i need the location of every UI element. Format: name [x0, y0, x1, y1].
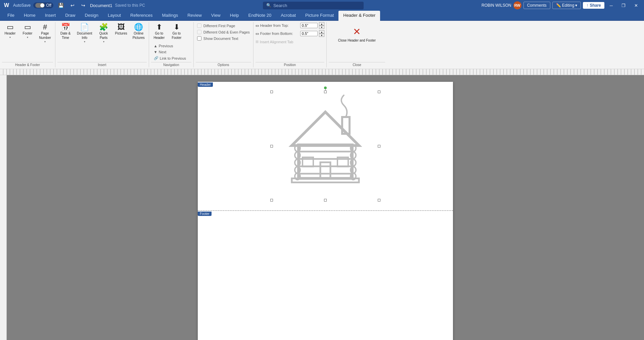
left-ruler: [0, 75, 7, 340]
share-button[interactable]: ↑ Share: [583, 2, 604, 9]
tab-file[interactable]: File: [3, 11, 19, 21]
tab-mailings[interactable]: Mailings: [157, 11, 183, 21]
online-pictures-button[interactable]: 🌐 Online Pictures: [131, 22, 147, 41]
search-box[interactable]: 🔍: [263, 2, 364, 9]
search-icon: 🔍: [266, 3, 271, 8]
document-area: Header: [0, 75, 644, 340]
handle-top-right[interactable]: [378, 91, 380, 93]
show-doc-text-checkbox[interactable]: [197, 36, 201, 41]
handle-top-left[interactable]: [270, 91, 273, 93]
tab-acrobat[interactable]: Acrobat: [276, 11, 301, 21]
quick-parts-icon: 🧩: [99, 23, 108, 31]
position-fields: ▭ Header from Top: ▴ ▾ ▭ Footer from Bot…: [256, 22, 324, 44]
close-button[interactable]: ✕: [631, 2, 641, 9]
ribbon-group-header-footer: ▭ Header ▾ ▭ Footer ▾ # Page Number ▾ He…: [0, 22, 55, 67]
close-header-footer-group: ✕ Close Header and Footer: [329, 22, 385, 46]
handle-bottom-mid[interactable]: [324, 199, 327, 202]
quick-parts-label2: Parts: [100, 36, 107, 40]
handle-top-mid[interactable]: [324, 91, 327, 93]
handle-mid-right[interactable]: [378, 145, 380, 148]
date-time-button[interactable]: 📅 Date & Time: [57, 22, 74, 41]
header-label: Header: [5, 32, 16, 35]
link-to-previous-button[interactable]: 🔗 Link to Previous: [151, 55, 191, 61]
previous-button[interactable]: ▲ Previous: [151, 43, 191, 49]
search-input[interactable]: [273, 3, 354, 8]
quick-parts-label: Quick: [99, 32, 108, 35]
image-wrapper[interactable]: [272, 92, 379, 200]
previous-label: Previous: [159, 44, 173, 48]
minimize-button[interactable]: ─: [606, 2, 616, 9]
top-ruler: [0, 69, 644, 75]
handle-bottom-right[interactable]: [378, 199, 380, 202]
show-doc-text-label: Show Document Text: [203, 37, 238, 41]
online-pictures-icon: 🌐: [134, 23, 143, 31]
document-content[interactable]: Header: [7, 75, 644, 340]
handle-bottom-left[interactable]: [270, 199, 273, 202]
page-number-button[interactable]: # Page Number ▾: [37, 22, 53, 45]
close-header-footer-label: Close Header and Footer: [338, 39, 376, 42]
autosave-switch[interactable]: [35, 3, 45, 8]
word-logo: W: [3, 2, 10, 9]
svg-rect-17: [320, 162, 330, 178]
go-to-header-icon: ⬆: [156, 23, 162, 31]
tab-endnote[interactable]: EndNote 20: [244, 11, 276, 21]
go-to-header-button[interactable]: ⬆ Go to Header: [151, 22, 167, 41]
document-info-icon: 📄: [80, 23, 89, 31]
tab-picture-format[interactable]: Picture Format: [301, 11, 338, 21]
house-image: [272, 92, 379, 199]
tab-view[interactable]: View: [206, 11, 225, 21]
footer-section-label: Footer: [198, 212, 212, 216]
doc-info-dropdown-arrow: ▾: [84, 40, 85, 43]
tab-header-footer[interactable]: Header & Footer: [338, 11, 380, 21]
restore-button[interactable]: ❐: [618, 2, 629, 9]
next-button[interactable]: ▼ Next: [151, 49, 191, 55]
insert-alignment-row[interactable]: ⊞ Insert Alignment Tab: [256, 40, 324, 44]
page-number-dropdown-arrow: ▾: [44, 40, 46, 43]
header-spin-up[interactable]: ▴: [319, 22, 324, 25]
handle-mid-left[interactable]: [270, 145, 273, 148]
different-odd-even-checkbox[interactable]: [197, 30, 201, 34]
footer-spin-down[interactable]: ▾: [319, 34, 324, 37]
close-header-footer-button[interactable]: ✕ Close Header and Footer: [334, 23, 380, 45]
show-doc-text-row[interactable]: Show Document Text: [196, 36, 251, 41]
footer-spin-up[interactable]: ▴: [319, 30, 324, 34]
tab-design[interactable]: Design: [80, 11, 103, 21]
save-button[interactable]: 💾: [56, 2, 66, 9]
editing-dropdown-icon: ▾: [575, 3, 577, 8]
different-odd-even-row[interactable]: Different Odd & Even Pages: [196, 29, 251, 35]
footer-button[interactable]: ▭ Footer ▾: [19, 22, 36, 40]
tab-home[interactable]: Home: [19, 11, 40, 21]
insert-alignment-icon: ⊞: [256, 40, 259, 44]
header-spin-down[interactable]: ▾: [319, 25, 324, 29]
tab-help[interactable]: Help: [225, 11, 244, 21]
document-info-button[interactable]: 📄 Document Info ▾: [75, 22, 94, 45]
go-to-footer-label2: Footer: [172, 36, 181, 40]
different-first-page-checkbox[interactable]: [197, 23, 201, 28]
pictures-label: Pictures: [115, 32, 127, 35]
redo-button[interactable]: ↪: [79, 2, 87, 9]
tab-references[interactable]: References: [126, 11, 157, 21]
close-content: ✕ Close Header and Footer: [329, 22, 385, 61]
autosave-toggle[interactable]: Off: [33, 2, 53, 8]
different-first-page-row[interactable]: Different First Page: [196, 23, 251, 29]
comments-button[interactable]: Comments: [523, 2, 550, 9]
footer-from-bottom-input[interactable]: [300, 31, 318, 36]
header-from-top-row: ▭ Header from Top: ▴ ▾: [256, 22, 324, 29]
go-to-footer-button[interactable]: ⬇ Go to Footer: [169, 22, 185, 41]
tab-review[interactable]: Review: [183, 11, 206, 21]
header-footer-buttons: ▭ Header ▾ ▭ Footer ▾ # Page Number ▾: [2, 22, 53, 61]
navigation-buttons: ⬆ Go to Header ⬇ Go to Footer ▲ Previous…: [151, 22, 191, 61]
quick-parts-button[interactable]: 🧩 Quick Parts ▾: [96, 22, 112, 45]
rotation-handle[interactable]: [324, 87, 327, 89]
tab-draw[interactable]: Draw: [60, 11, 80, 21]
editing-button[interactable]: ✏️ Editing ▾: [552, 2, 581, 9]
undo-button[interactable]: ↩: [68, 2, 77, 9]
title-bar-right: ROBIN WILSON RW Comments ✏️ Editing ▾ ↑ …: [481, 1, 641, 9]
tab-insert[interactable]: Insert: [40, 11, 61, 21]
pictures-button[interactable]: 🖼 Pictures: [113, 22, 129, 37]
header-from-top-input[interactable]: [300, 23, 318, 28]
header-button[interactable]: ▭ Header ▾: [2, 22, 18, 40]
ribbon-tabs: File Home Insert Draw Design Layout Refe…: [0, 11, 644, 21]
tab-layout[interactable]: Layout: [103, 11, 126, 21]
date-time-label: Date &: [60, 32, 71, 35]
